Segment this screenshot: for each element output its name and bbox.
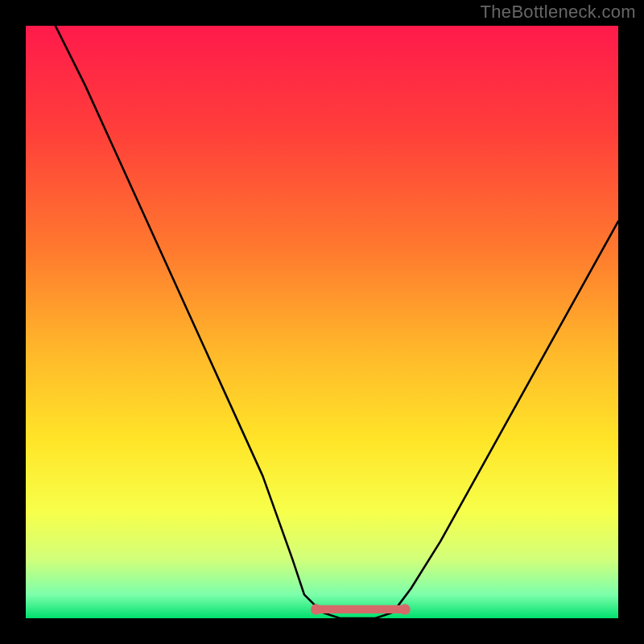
plot-area [26, 26, 618, 618]
svg-point-2 [399, 604, 410, 614]
bottleneck-curve [26, 26, 618, 618]
svg-point-1 [311, 604, 321, 614]
chart-frame: TheBottleneck.com [0, 0, 644, 644]
watermark-text: TheBottleneck.com [481, 2, 636, 23]
